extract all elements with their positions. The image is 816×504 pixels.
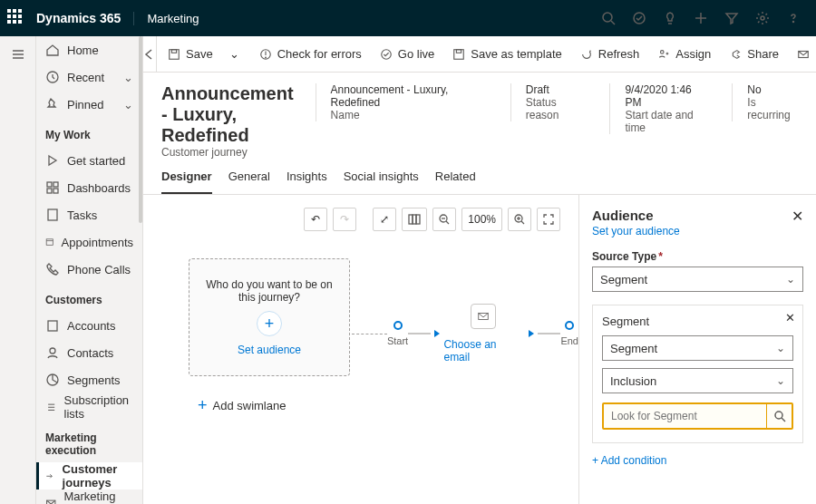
svg-line-50 bbox=[782, 418, 785, 422]
nav-marketing-emails[interactable]: Marketing emails bbox=[36, 489, 142, 504]
zoom-out-button[interactable] bbox=[432, 208, 456, 231]
nav-recent[interactable]: Recent⌄ bbox=[36, 63, 142, 91]
add-audience-button[interactable]: + bbox=[257, 311, 282, 336]
fullscreen-button[interactable] bbox=[537, 208, 560, 231]
save-template-button[interactable]: Save as template bbox=[445, 41, 568, 68]
scrollbar[interactable] bbox=[139, 36, 142, 223]
share-button[interactable]: Share bbox=[722, 41, 786, 68]
help-icon[interactable] bbox=[778, 0, 809, 36]
nav-getstarted[interactable]: Get started bbox=[36, 147, 142, 174]
svg-point-33 bbox=[382, 49, 392, 59]
journey-icon bbox=[45, 469, 55, 483]
svg-rect-34 bbox=[454, 49, 464, 59]
mail-icon bbox=[45, 496, 56, 504]
map-button[interactable] bbox=[402, 208, 427, 231]
end-node[interactable] bbox=[565, 321, 574, 330]
check-errors-button[interactable]: Check for errors bbox=[252, 41, 369, 68]
nav-home[interactable]: Home bbox=[36, 36, 142, 63]
tab-social-insights[interactable]: Social insights bbox=[344, 170, 419, 194]
undo-button[interactable]: ↶ bbox=[304, 208, 327, 231]
nav-group-mywork: My Work bbox=[36, 118, 142, 147]
svg-rect-19 bbox=[48, 321, 57, 331]
svg-rect-12 bbox=[47, 182, 52, 187]
svg-point-36 bbox=[661, 50, 665, 53]
nav-group-customers: Customers bbox=[36, 283, 142, 312]
clock-icon bbox=[45, 70, 60, 84]
refresh-button[interactable]: Refresh bbox=[573, 41, 647, 68]
segment-select[interactable]: Segment⌄ bbox=[602, 335, 793, 361]
segment-search-button[interactable] bbox=[766, 404, 792, 428]
svg-point-6 bbox=[761, 16, 764, 20]
svg-rect-35 bbox=[457, 49, 461, 53]
dashboard-icon bbox=[45, 180, 60, 195]
chevron-down-icon: ⌄ bbox=[786, 273, 795, 286]
page-title: Announcement - Luxury, Redefined bbox=[161, 83, 294, 146]
inclusion-select[interactable]: Inclusion⌄ bbox=[602, 368, 793, 393]
svg-rect-13 bbox=[53, 182, 58, 187]
svg-line-1 bbox=[611, 21, 615, 24]
search-icon[interactable] bbox=[593, 0, 624, 36]
panel-subtitle-link[interactable]: Set your audience bbox=[592, 225, 803, 237]
page-subtitle: Customer journey bbox=[161, 146, 294, 159]
lightbulb-icon[interactable] bbox=[655, 0, 685, 36]
app-launcher-icon[interactable] bbox=[7, 9, 25, 27]
nav-accounts[interactable]: Accounts bbox=[36, 312, 142, 339]
save-button[interactable]: Save bbox=[160, 41, 220, 68]
go-live-button[interactable]: Go live bbox=[373, 41, 442, 68]
nav-dashboards[interactable]: Dashboards bbox=[36, 174, 142, 201]
recurring-value: No bbox=[747, 83, 798, 96]
date-value: 9/4/2020 1:46 PM bbox=[625, 83, 710, 109]
plus-icon[interactable] bbox=[685, 0, 716, 36]
phone-icon bbox=[45, 262, 60, 276]
zoom-in-button[interactable] bbox=[508, 208, 531, 231]
segment-search-input[interactable] bbox=[604, 404, 766, 428]
save-dropdown[interactable]: ⌄ bbox=[224, 47, 245, 61]
start-node[interactable] bbox=[393, 321, 403, 330]
svg-point-21 bbox=[50, 348, 55, 354]
gear-icon[interactable] bbox=[747, 0, 778, 36]
assign-button[interactable]: Assign bbox=[650, 41, 718, 68]
nav-group-marketing: Marketing execution bbox=[36, 421, 142, 462]
segment-heading: Segment bbox=[602, 315, 793, 328]
back-button[interactable] bbox=[143, 36, 157, 73]
nav-pinned[interactable]: Pinned⌄ bbox=[36, 91, 142, 118]
redo-button[interactable]: ↷ bbox=[333, 208, 356, 231]
nav-phonecalls[interactable]: Phone Calls bbox=[36, 256, 142, 283]
nav-subscription-lists[interactable]: Subscription lists bbox=[36, 393, 142, 421]
svg-rect-16 bbox=[48, 209, 57, 220]
task-icon[interactable] bbox=[624, 0, 655, 36]
add-condition-link[interactable]: + Add condition bbox=[592, 454, 803, 467]
expand-button[interactable]: ⤢ bbox=[373, 208, 396, 231]
email-tile[interactable] bbox=[471, 304, 496, 329]
nav-segments[interactable]: Segments bbox=[36, 366, 142, 393]
svg-rect-29 bbox=[171, 49, 176, 53]
chevron-down-icon: ⌄ bbox=[776, 374, 785, 387]
audience-tile[interactable]: Who do you want to be on this journey? +… bbox=[189, 258, 350, 376]
tab-related[interactable]: Related bbox=[435, 170, 476, 194]
tab-general[interactable]: General bbox=[228, 170, 270, 194]
app-label: Marketing bbox=[133, 12, 199, 25]
nav-collapse-icon[interactable] bbox=[0, 36, 36, 73]
home-icon bbox=[45, 43, 60, 57]
close-panel-button[interactable]: ✕ bbox=[792, 208, 803, 225]
choose-email-link[interactable]: Choose an email bbox=[443, 338, 523, 363]
svg-rect-15 bbox=[53, 189, 58, 193]
filter-icon[interactable] bbox=[716, 0, 747, 36]
nav-contacts[interactable]: Contacts bbox=[36, 339, 142, 366]
tab-insights[interactable]: Insights bbox=[287, 170, 327, 194]
nav-tasks[interactable]: Tasks bbox=[36, 201, 142, 228]
svg-point-49 bbox=[775, 412, 782, 419]
svg-rect-40 bbox=[416, 215, 420, 224]
add-swimlane-button[interactable]: +Add swimlane bbox=[198, 396, 286, 415]
svg-rect-14 bbox=[47, 189, 52, 193]
nav-customer-journeys[interactable]: Customer journeys bbox=[36, 462, 142, 489]
source-type-select[interactable]: Segment⌄ bbox=[592, 267, 803, 292]
tab-designer[interactable]: Designer bbox=[161, 170, 212, 194]
segment-remove-button[interactable]: ✕ bbox=[785, 311, 795, 325]
chevron-down-icon: ⌄ bbox=[776, 342, 785, 354]
set-audience-link[interactable]: Set audience bbox=[238, 344, 301, 356]
svg-point-7 bbox=[793, 22, 794, 23]
nav-appointments[interactable]: Appointments bbox=[36, 228, 142, 256]
email-link-button[interactable]: Email a Link bbox=[790, 41, 816, 68]
svg-point-0 bbox=[603, 13, 612, 22]
